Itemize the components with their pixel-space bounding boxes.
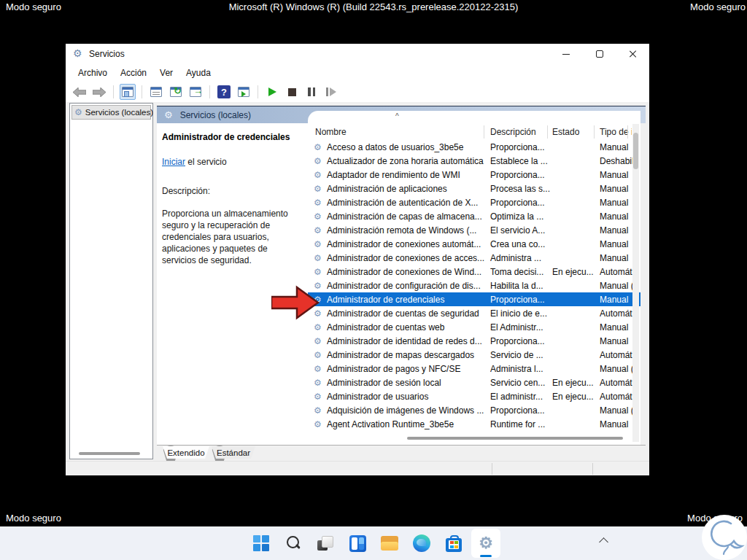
edge-button[interactable] (407, 529, 436, 558)
back-button[interactable] (71, 84, 88, 100)
service-row[interactable]: ⚙ Administrador de conexiones automát...… (308, 237, 640, 251)
search-button[interactable] (279, 529, 308, 558)
status-bar-divider (592, 463, 593, 475)
close-button[interactable] (617, 44, 649, 64)
column-divider[interactable] (627, 125, 628, 139)
column-header-nombre[interactable]: Nombre (315, 127, 347, 137)
refresh-button[interactable]: ↻ (168, 84, 184, 100)
extended-view-button[interactable] (236, 84, 252, 100)
service-row[interactable]: ⚙ Administrador de configuración de dis.… (308, 279, 640, 292)
widgets-icon (349, 535, 366, 552)
service-row[interactable]: ⚙ Administrador de usuarios El administr… (308, 389, 640, 403)
export-list-button[interactable]: → (187, 84, 204, 100)
service-row[interactable]: ⚙ Administración de aplicaciones Procesa… (308, 182, 640, 195)
service-description: Runtime for ... (490, 419, 550, 429)
menu-ver[interactable]: Ver (153, 66, 179, 80)
file-explorer-button[interactable] (375, 529, 404, 558)
service-startup-type: Manual (600, 239, 633, 249)
widgets-button[interactable] (343, 529, 372, 558)
vertical-scrollbar-thumb[interactable] (633, 133, 638, 169)
maximize-button[interactable] (584, 44, 616, 64)
service-row[interactable]: ⚙ Administrador de mapas descargados Ser… (308, 348, 640, 362)
service-startup-type: Manual (600, 142, 633, 152)
show-console-tree-button[interactable] (120, 84, 136, 100)
task-view-button[interactable] (311, 529, 340, 558)
service-row[interactable]: ⚙ Administrador de conexiones de Wind...… (308, 265, 640, 279)
menu-accion[interactable]: Acción (114, 66, 153, 80)
service-gear-icon: ⚙ (314, 267, 322, 277)
help-icon: ? (217, 85, 231, 98)
service-row[interactable]: ⚙ Adaptador de rendimiento de WMI Propor… (308, 168, 640, 182)
safe-mode-label-top-right: Modo seguro (690, 1, 746, 12)
windows-logo-icon (253, 535, 269, 551)
service-row[interactable]: ⚙ Administración remota de Windows (... … (308, 223, 640, 237)
show-hidden-icons-button[interactable] (600, 537, 608, 545)
service-row[interactable]: ⚙ Administrador de cuentas web El Admini… (308, 320, 640, 334)
service-row[interactable]: ⚙ Administrador de credenciales Proporci… (308, 292, 640, 306)
service-row[interactable]: ⚙ Administrador de pagos y NFC/SE Admini… (308, 362, 640, 376)
service-description: Proporciona... (490, 336, 550, 346)
service-row[interactable]: ⚙ Actualizador de zona horaria automátic… (308, 154, 640, 168)
status-bar (66, 461, 649, 475)
service-name: Administrador de sesión local (327, 378, 487, 388)
service-description: Establece la ... (490, 156, 550, 166)
red-arrow-annotation (271, 285, 320, 320)
horizontal-scrollbar-thumb[interactable] (407, 437, 623, 440)
menu-archivo[interactable]: Archivo (71, 66, 114, 80)
menu-ayuda[interactable]: Ayuda (179, 66, 217, 80)
tree-item-servicios-locales[interactable]: ⚙ Servicios (locales) (71, 105, 151, 120)
start-button[interactable] (247, 529, 276, 558)
stop-service-button[interactable] (284, 84, 300, 100)
column-header-descripcion[interactable]: Descripción (490, 127, 536, 137)
restart-service-button[interactable] (323, 84, 339, 100)
service-row[interactable]: ⚙ Adquisición de imágenes de Windows ...… (308, 403, 640, 417)
service-row[interactable]: ⚙ Administración de capas de almacena...… (308, 209, 640, 223)
service-row[interactable]: ⚙ Administración de autenticación de X..… (308, 195, 640, 209)
task-view-icon (317, 534, 334, 552)
details-panel: ⚙ Servicios (locales) Administrador de c… (157, 104, 646, 459)
service-row[interactable]: ⚙ Administrador de sesión local Servicio… (308, 376, 640, 389)
sort-ascending-icon: ^ (395, 112, 399, 120)
title-bar[interactable]: ⚙ Servicios (66, 44, 649, 64)
help-button[interactable]: ? (216, 84, 232, 100)
service-name: Acceso a datos de usuarios_3be5e (327, 142, 487, 152)
tab-estandar[interactable]: Estándar (211, 446, 256, 459)
column-divider[interactable] (484, 125, 484, 139)
service-row[interactable]: ⚙ Acceso a datos de usuarios_3be5e Propo… (308, 140, 640, 154)
forward-button[interactable] (91, 84, 107, 100)
service-row[interactable]: ⚙ Administrador de conexiones de acces..… (308, 251, 640, 265)
service-row[interactable]: ⚙ Administrador de cuentas de seguridad … (308, 306, 640, 320)
service-startup-type: Automáti (600, 308, 633, 319)
services-window: ⚙ Servicios Archivo Acción Ver Ayuda ↻ →… (66, 44, 649, 475)
start-service-button[interactable] (264, 84, 280, 100)
column-divider[interactable] (547, 125, 548, 139)
service-row[interactable]: ⚙ Agent Activation Runtime_3be5e Runtime… (308, 417, 640, 431)
tree-horizontal-scrollbar[interactable] (79, 452, 140, 455)
service-gear-icon: ⚙ (314, 322, 322, 332)
service-name: Administrador de credenciales (327, 295, 487, 305)
microsoft-store-button[interactable] (439, 529, 468, 558)
pause-service-button[interactable] (303, 84, 320, 100)
properties-button[interactable] (148, 84, 164, 100)
extended-view-icon (238, 87, 249, 97)
service-description: Habilita la d... (490, 281, 550, 291)
banner-title: Servicios (locales) (180, 110, 251, 120)
vertical-scrollbar[interactable] (632, 124, 639, 442)
tab-extendido[interactable]: Extendido (162, 446, 210, 459)
service-name: Administrador de conexiones de acces... (327, 253, 487, 263)
column-header-estado[interactable]: Estado (552, 127, 579, 137)
play-icon (268, 88, 276, 96)
service-gear-icon: ⚙ (314, 392, 322, 402)
service-description: El administr... (490, 392, 550, 402)
minimize-button[interactable] (550, 44, 582, 64)
service-startup-type: Manual (600, 184, 633, 194)
services-taskbar-button[interactable]: ⚙ (471, 529, 500, 558)
folder-icon (381, 536, 398, 551)
service-startup-type: Manual (600, 253, 633, 263)
service-description: Procesa las s... (490, 184, 550, 194)
service-description: Proporciona... (490, 295, 550, 305)
selected-service-title: Administrador de credenciales (162, 132, 301, 142)
service-row[interactable]: ⚙ Administrador de identidad de redes d.… (308, 334, 640, 348)
start-service-link[interactable]: Iniciar (162, 157, 185, 167)
column-divider[interactable] (594, 125, 595, 139)
